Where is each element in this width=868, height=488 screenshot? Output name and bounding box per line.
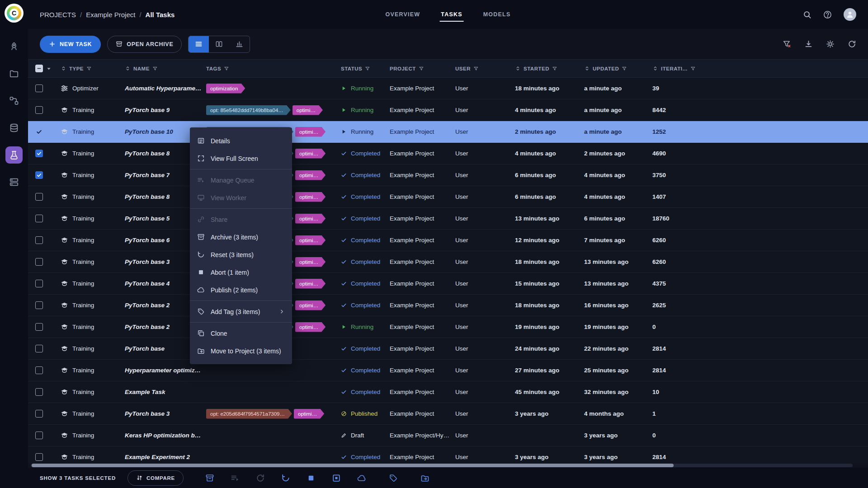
column-header-user[interactable]: USER	[455, 66, 515, 71]
table-row[interactable]: TrainingPyTorch base 2optimi…RunningExam…	[28, 316, 868, 338]
card-view-button[interactable]	[209, 36, 229, 52]
scrollbar-thumb[interactable]	[32, 464, 674, 467]
task-tag[interactable]: optimi…	[295, 192, 326, 202]
footer-action-enqueue[interactable]	[231, 474, 240, 483]
auto-refresh-icon[interactable]	[848, 40, 856, 48]
help-icon[interactable]	[823, 10, 832, 19]
table-row[interactable]: TrainingPyTorch base 10optimi…RunningExa…	[28, 121, 868, 143]
menu-item-reset-3-items[interactable]: Reset (3 items)	[190, 246, 292, 263]
task-name[interactable]: Example Experiment 2	[125, 454, 190, 460]
task-name[interactable]: Hyperparameter optimizati…	[125, 367, 203, 374]
menu-item-share[interactable]: Share	[190, 211, 292, 228]
menu-item-view-full-screen[interactable]: View Full Screen	[190, 150, 292, 167]
select-dropdown-caret[interactable]	[46, 66, 52, 72]
task-tag[interactable]: opt: 85e5482ddd7149b8ba04…	[206, 105, 291, 115]
footer-action-retry[interactable]	[256, 474, 265, 483]
table-row[interactable]: TrainingPyTorch base 6optimi…CompletedEx…	[28, 230, 868, 251]
menu-item-view-worker[interactable]: View Worker	[190, 189, 292, 206]
row-checkbox[interactable]	[35, 128, 43, 136]
task-name[interactable]: PyTorch base 2	[125, 324, 170, 330]
breadcrumb-projects[interactable]: PROJECTS	[40, 11, 76, 19]
compare-button[interactable]: COMPARE	[127, 470, 184, 486]
column-header-iterati[interactable]: ITERATI…	[652, 66, 716, 71]
tab-overview[interactable]: OVERVIEW	[386, 0, 420, 29]
search-icon[interactable]	[803, 10, 811, 19]
row-checkbox[interactable]	[35, 150, 43, 157]
column-header-tags[interactable]: TAGS	[206, 66, 341, 71]
column-header-status[interactable]: STATUS	[341, 66, 390, 71]
row-checkbox[interactable]	[35, 258, 43, 266]
column-header-project[interactable]: PROJECT	[390, 66, 455, 71]
task-tag[interactable]: optimi…	[294, 409, 324, 419]
task-name[interactable]: PyTorch base 5	[125, 215, 170, 222]
task-name[interactable]: Keras HP optimization base	[125, 432, 203, 439]
row-checkbox[interactable]	[35, 453, 43, 461]
sidebar-item-dashboard[interactable]	[5, 38, 23, 55]
menu-item-abort-1-item[interactable]: Abort (1 item)	[190, 263, 292, 281]
sidebar-item-projects[interactable]	[5, 65, 23, 82]
settings-icon[interactable]	[826, 40, 835, 48]
footer-action-move-to-project[interactable]	[420, 474, 429, 483]
menu-item-publish-2-items[interactable]: Publish (2 items)	[190, 281, 292, 299]
table-row[interactable]: TrainingPyTorch base 5optimi…CompletedEx…	[28, 208, 868, 230]
task-tag[interactable]: optimi…	[292, 105, 323, 115]
menu-item-archive-3-items[interactable]: Archive (3 items)	[190, 228, 292, 246]
task-name[interactable]: PyTorch base 4	[125, 280, 170, 287]
footer-action-abort-all-children[interactable]	[332, 474, 341, 483]
task-name[interactable]: PyTorch base 3	[125, 258, 170, 265]
table-row[interactable]: TrainingPyTorch base 3opt: e205d684f7954…	[28, 403, 868, 425]
sidebar-item-pipelines[interactable]	[5, 92, 23, 109]
breadcrumb-current[interactable]: All Tasks	[146, 11, 175, 19]
menu-item-clone[interactable]: Clone	[190, 324, 292, 342]
task-name[interactable]: PyTorch base 3	[125, 410, 170, 417]
task-tag[interactable]: optimi…	[295, 149, 326, 159]
sidebar-item-datasets[interactable]	[5, 119, 23, 136]
row-checkbox[interactable]	[35, 171, 43, 179]
new-task-button[interactable]: NEW TASK	[40, 36, 101, 53]
task-name[interactable]: PyTorch base 8	[125, 193, 170, 200]
row-checkbox[interactable]	[35, 84, 43, 92]
row-checkbox[interactable]	[35, 215, 43, 222]
row-checkbox[interactable]	[35, 432, 43, 439]
column-header-name[interactable]: NAME	[125, 66, 206, 71]
column-header-updated[interactable]: UPDATED	[584, 66, 652, 71]
table-view-button[interactable]	[189, 36, 209, 52]
task-name[interactable]: PyTorch base 9	[125, 107, 170, 113]
task-tag[interactable]: optimi…	[295, 322, 326, 332]
task-tag[interactable]: optimi…	[295, 127, 326, 137]
breadcrumb-project-name[interactable]: Example Project	[86, 11, 135, 19]
task-name[interactable]: PyTorch base 10	[125, 128, 173, 135]
task-tag[interactable]: optimi…	[295, 257, 326, 267]
task-name[interactable]: PyTorch base	[125, 345, 165, 352]
footer-action-archive[interactable]	[205, 474, 214, 483]
tab-models[interactable]: MODELS	[483, 0, 511, 29]
task-tag[interactable]: optimization	[206, 84, 245, 94]
table-row[interactable]: TrainingPyTorch base 3optimi…CompletedEx…	[28, 251, 868, 273]
table-row[interactable]: TrainingPyTorch base 9opt: 85e5482ddd714…	[28, 99, 868, 121]
footer-action-add-tag[interactable]	[389, 474, 398, 483]
column-header-started[interactable]: STARTED	[515, 66, 584, 71]
table-row[interactable]: TrainingExample Experiment 2CompletedExa…	[28, 446, 868, 463]
task-tag[interactable]: optimi…	[295, 300, 326, 310]
open-archive-button[interactable]: OPEN ARCHIVE	[107, 36, 182, 53]
menu-item-details[interactable]: Details	[190, 132, 292, 150]
sidebar-item-workers[interactable]	[5, 174, 23, 191]
clear-filters-icon[interactable]	[783, 40, 791, 48]
task-name[interactable]: PyTorch base 6	[125, 237, 170, 244]
task-tag[interactable]: opt: e205d684f7954571a7309…	[206, 409, 292, 419]
task-tag[interactable]: optimi…	[295, 279, 326, 289]
column-header-type[interactable]: TYPE	[61, 66, 125, 71]
table-row[interactable]: TrainingPyTorch baseCompletedExample Pro…	[28, 338, 868, 360]
table-row[interactable]: TrainingPyTorch base 4optimi…CompletedEx…	[28, 273, 868, 295]
row-checkbox[interactable]	[35, 280, 43, 287]
table-row[interactable]: TrainingPyTorch base 8optimi…CompletedEx…	[28, 186, 868, 208]
row-checkbox[interactable]	[35, 301, 43, 309]
table-row[interactable]: TrainingKeras HP optimization baseDraftE…	[28, 425, 868, 446]
footer-action-reset[interactable]	[281, 474, 290, 483]
row-checkbox[interactable]	[35, 366, 43, 374]
table-row[interactable]: TrainingExample TaskCompletedExample Pro…	[28, 381, 868, 403]
row-checkbox[interactable]	[35, 236, 43, 244]
sidebar-item-experiments[interactable]	[5, 146, 23, 164]
table-row[interactable]: TrainingPyTorch base 8optimi…CompletedEx…	[28, 143, 868, 164]
row-checkbox[interactable]	[35, 323, 43, 331]
